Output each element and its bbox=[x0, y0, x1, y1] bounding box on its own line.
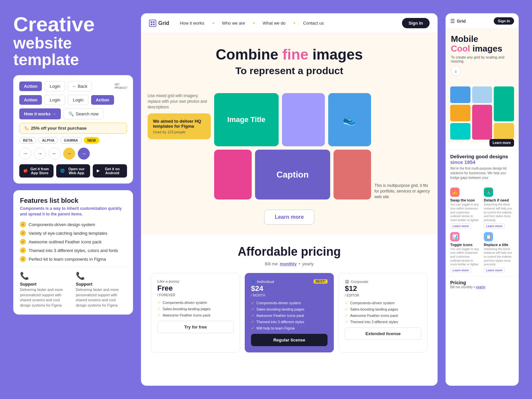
purple-tile bbox=[282, 93, 325, 146]
ind-feat-1: ✓Components-driven system bbox=[251, 301, 328, 305]
back-button[interactable]: ← Back bbox=[68, 81, 92, 91]
mobile-hero: Mobile Cool images To create any grid by… bbox=[446, 29, 519, 84]
nav-links: How it works Who we are What we do Conta… bbox=[180, 21, 324, 26]
replace-learn-button[interactable]: Learn more bbox=[484, 268, 505, 273]
monthly-label[interactable]: monthly bbox=[280, 261, 297, 266]
feature-label-2: Variety of eye-catching landing template… bbox=[29, 231, 107, 236]
check-icon: ✓ bbox=[251, 326, 254, 331]
free-feat-3: ✓Awesome Feather icons pack bbox=[157, 313, 234, 318]
individual-features: ✓Components-driven system ✓Sales-boostin… bbox=[251, 301, 328, 331]
corporate-cta-button[interactable]: Extended license bbox=[345, 328, 421, 340]
mobile-sign-in-button[interactable]: Sign In bbox=[494, 17, 514, 25]
toggle-icon: 📊 bbox=[450, 232, 460, 241]
action-button-2[interactable]: Action bbox=[19, 95, 42, 105]
mobile-cool-text: Cool bbox=[451, 44, 470, 54]
support-desc-2: Delivering faster and more personalized … bbox=[76, 287, 126, 308]
feature-item-4: ✓ Themed into 3 different styles, colors… bbox=[20, 247, 126, 253]
login-button-3[interactable]: Login bbox=[68, 95, 88, 105]
feature-item-3: ✓ Awesome outlined Feather icons pack bbox=[20, 239, 126, 245]
support-icon-2: 📞 bbox=[76, 272, 126, 280]
mobile-tile-blue bbox=[450, 86, 470, 103]
feature-label-3: Awesome outlined Feather icons pack bbox=[29, 239, 101, 244]
tag-alpha[interactable]: ALPHA bbox=[38, 137, 58, 144]
mobile-grid-tiles bbox=[446, 84, 519, 142]
shoe-tile: 👟 bbox=[328, 93, 371, 146]
detach-desc: Detaching the block instance will help y… bbox=[484, 203, 514, 222]
corporate-plan-name: $12 bbox=[345, 284, 421, 293]
nav-what-we-do[interactable]: What we do bbox=[263, 21, 286, 26]
grid-content: Use mixed grid with imagery, replace wit… bbox=[141, 93, 438, 206]
check-icon: ✓ bbox=[251, 301, 254, 305]
free-cta-button[interactable]: Try for free bbox=[157, 321, 234, 333]
free-feat-2: ✓Sales-boosting landing pages bbox=[157, 307, 234, 311]
features-title: Features list block bbox=[20, 197, 126, 204]
toggle-desc: You can toggle to any icon within instan… bbox=[450, 247, 480, 267]
arrow-right-1[interactable]: → bbox=[34, 148, 46, 160]
nav-dot-3 bbox=[294, 22, 295, 24]
support-row: 📞 Support Delivering faster and more per… bbox=[20, 267, 126, 308]
ind-feat-4: ✓Themed into 3 different styles bbox=[251, 320, 328, 324]
action-button-1[interactable]: Action bbox=[19, 81, 42, 91]
ind-feat-3: ✓Awesome Feather icons pack bbox=[251, 313, 328, 318]
grid-bottom-row: Caption bbox=[214, 150, 371, 200]
arrow-right-yellow[interactable]: → bbox=[63, 148, 75, 160]
web-icon: 🌐 bbox=[60, 169, 65, 173]
search-icon: 🔍 bbox=[68, 111, 74, 116]
corp-feat-3: ✓Awesome Feather icons pack bbox=[345, 313, 421, 318]
arrow-right-purple[interactable]: → bbox=[78, 148, 90, 160]
swap-learn-button[interactable]: Learn more bbox=[450, 223, 471, 229]
replace-title: Replace a title bbox=[484, 243, 514, 247]
search-now-button[interactable]: 🔍 Search now bbox=[64, 108, 104, 119]
arrow-left-1[interactable]: → bbox=[19, 148, 31, 160]
green-image-tile: Image Title bbox=[214, 93, 279, 146]
nav-how-it-works[interactable]: How it works bbox=[180, 21, 204, 26]
swap-icon: 👍 bbox=[450, 188, 460, 197]
toggle-learn-button[interactable]: Learn more bbox=[450, 268, 471, 273]
android-button[interactable]: ▶ Get it on Android bbox=[93, 164, 127, 178]
svg-rect-0 bbox=[151, 21, 152, 23]
tag-new[interactable]: NEW bbox=[84, 137, 100, 144]
hamburger-icon[interactable]: ☰ bbox=[450, 18, 455, 24]
feature-item-2: ✓ Variety of eye-catching landing templa… bbox=[20, 230, 126, 236]
corp-feat-2: ✓Sales-boosting landing pages bbox=[345, 307, 421, 312]
arrows-row: → → ← → → bbox=[19, 148, 127, 160]
check-icon: ✓ bbox=[251, 313, 254, 318]
sign-in-button[interactable]: Sign In bbox=[402, 18, 430, 28]
tag-gamma[interactable]: GAMMA bbox=[60, 137, 82, 144]
replace-desc: Detaching the block instance will help y… bbox=[484, 247, 514, 267]
login-button-1[interactable]: Login bbox=[45, 81, 65, 91]
free-features: ✓Components-driven system ✓Sales-boostin… bbox=[157, 300, 234, 318]
web-app-button[interactable]: 🌐 Open our Web App bbox=[56, 164, 90, 178]
mobile-learn-more-button[interactable]: Learn more bbox=[489, 139, 514, 147]
nav-contact[interactable]: Contact us bbox=[303, 21, 324, 26]
since-title: Delivering good designs since 1954 bbox=[450, 154, 514, 165]
grid-icon bbox=[151, 21, 155, 25]
app-store-button[interactable]: 🍎 Get it from App Store bbox=[19, 164, 54, 178]
mobile-yearly-label[interactable]: yearly bbox=[476, 285, 485, 289]
detach-learn-button[interactable]: Learn more bbox=[484, 223, 505, 229]
detach-title: Detach if need bbox=[484, 198, 514, 202]
corporate-period: / EDITOR bbox=[345, 294, 421, 297]
check-1: ✓ bbox=[20, 221, 26, 227]
action-button-3[interactable]: Action bbox=[91, 95, 114, 105]
arrow-left-2[interactable]: ← bbox=[49, 148, 61, 160]
tag-beta[interactable]: BETA bbox=[19, 137, 36, 144]
individual-cta-button[interactable]: Regular license bbox=[251, 334, 328, 346]
yearly-label[interactable]: yearly bbox=[302, 261, 314, 266]
down-button[interactable]: ↓ bbox=[451, 66, 461, 76]
free-plan-card: Like a pussy Free / FOREVER ✓Components-… bbox=[151, 273, 240, 352]
nav-who-we-are[interactable]: Who we are bbox=[222, 21, 245, 26]
login-button-2[interactable]: Login bbox=[45, 95, 65, 105]
individual-plan-card: 👤 Individual BEST! $24 / MONTH ✓Componen… bbox=[245, 273, 334, 352]
support-item-2: 📞 Support Delivering faster and more per… bbox=[76, 272, 126, 308]
center-grid: Image Title 👟 Caption bbox=[214, 93, 371, 200]
grid-top-row: Image Title 👟 bbox=[214, 93, 371, 146]
check-icon: ✓ bbox=[345, 313, 348, 318]
pricing-cards: Like a pussy Free / FOREVER ✓Components-… bbox=[151, 273, 428, 352]
nav-dot-2 bbox=[253, 22, 255, 24]
how-it-works-button[interactable]: How it works → bbox=[19, 108, 61, 119]
left-grid: Use mixed grid with imagery, replace wit… bbox=[148, 93, 214, 200]
learn-more-button[interactable]: Learn more bbox=[264, 209, 314, 225]
promo-icon: 🏷️ bbox=[24, 126, 29, 131]
pricing-section: Affordable pricing Bill me monthly • yea… bbox=[141, 235, 438, 359]
